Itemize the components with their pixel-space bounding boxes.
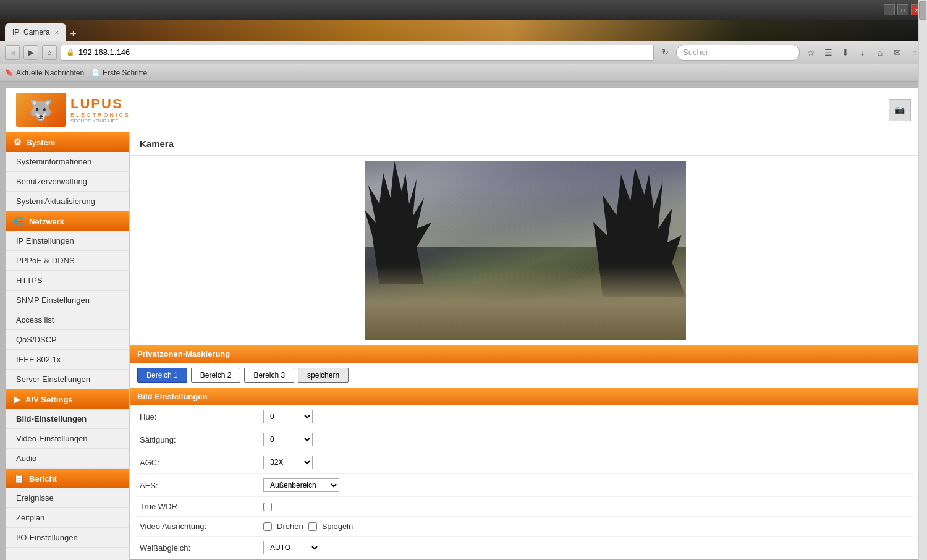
logo-brand: LUPUS (70, 96, 130, 112)
saettigung-select[interactable]: 0 1 (263, 433, 313, 446)
video-ausrichtung-control: Drehen Spiegeln (263, 522, 353, 531)
forward-button[interactable]: ▶ (23, 45, 38, 60)
hue-row: Hue: 0 1 -1 (137, 405, 913, 428)
search-placeholder: Suchen (683, 48, 710, 57)
weissabgleich-control: AUTO Indoor Outdoor (263, 541, 320, 554)
netzwerk-section-icon: 🌐 (14, 216, 24, 226)
page-content: 🐺 LUPUS ELECTRONICS SECURE YOUR LIFE 📷 (0, 82, 927, 560)
browser-tabbar: IP_Camera × + (0, 20, 927, 41)
sidebar-item-zeitplan[interactable]: Zeitplan (6, 508, 129, 528)
download-icon[interactable]: ↓ (855, 45, 870, 60)
logo-text: LUPUS ELECTRONICS SECURE YOUR LIFE (70, 96, 130, 124)
sidebar-item-io-einstellungen[interactable]: I/O-Einstellungen (6, 528, 129, 548)
sidebar-item-system-aktualisierung[interactable]: System Aktualisierung (6, 192, 129, 211)
av-section-label: A/V Settings (25, 395, 73, 404)
home-button[interactable]: ⌂ (42, 45, 57, 60)
bericht-section-icon: 📋 (14, 473, 24, 483)
aes-select[interactable]: Außenbereich Innenbereich Auto (263, 478, 339, 492)
address-bar[interactable]: 🔒 192.168.1.146 (61, 45, 654, 61)
sidebar-item-qos-dscp[interactable]: QoS/DSCP (6, 330, 129, 350)
sidebar-item-https[interactable]: HTTPS (6, 271, 129, 291)
maximize-button[interactable]: □ (897, 4, 908, 15)
reading-list-icon[interactable]: ☰ (821, 45, 836, 60)
app-container: 🐺 LUPUS ELECTRONICS SECURE YOUR LIFE 📷 (6, 88, 921, 560)
sidebar-item-pppoe-ddns[interactable]: PPPoE & DDNS (6, 251, 129, 271)
scrollbar-track[interactable] (918, 82, 927, 560)
bild-header: Bild Einstellungen (130, 388, 921, 405)
hue-control: 0 1 -1 (263, 410, 313, 423)
sidebar-item-benutzerverwaltung[interactable]: Benutzerverwaltung (6, 172, 129, 192)
bericht-section-label: Bericht (29, 474, 57, 483)
browser-toolbar: ◀ ▶ ⌂ 🔒 192.168.1.146 ↻ Suchen ☆ ☰ ⬇ ↓ ⌂… (0, 41, 927, 64)
sidebar-item-systeminformationen[interactable]: Systeminformationen (6, 152, 129, 172)
logo-icon: 🐺 (16, 93, 66, 127)
bookmark-start-label: Erste Schritte (103, 69, 147, 77)
aes-control: Außenbereich Innenbereich Auto (263, 478, 339, 492)
address-text: 192.168.1.146 (78, 48, 130, 57)
logo-sub: ELECTRONICS (70, 112, 130, 118)
bereich1-button[interactable]: Bereich 1 (137, 368, 187, 383)
hue-select[interactable]: 0 1 -1 (263, 410, 313, 423)
spiegeln-label: Spiegeln (322, 522, 353, 531)
sidebar-item-ieee-802[interactable]: IEEE 802.1x (6, 350, 129, 370)
sidebar-item-snmp-einstellungen[interactable]: SNMP Einstellungen (6, 291, 129, 310)
spiegeln-checkbox[interactable] (308, 522, 317, 531)
tab-close-button[interactable]: × (55, 28, 59, 36)
header-right-icons: 📷 (889, 99, 911, 121)
bookmark-start[interactable]: 📄 Erste Schritte (91, 69, 147, 77)
bild-section: Bild Einstellungen Hue: 0 1 -1 (130, 388, 921, 559)
true-wdr-checkbox[interactable] (263, 503, 272, 511)
saettigung-control: 0 1 (263, 433, 313, 446)
bookmark-star-icon[interactable]: ☆ (803, 45, 818, 60)
home-icon[interactable]: ⌂ (873, 45, 887, 60)
tab-bg-strip (0, 20, 927, 41)
aes-row: AES: Außenbereich Innenbereich Auto (137, 474, 913, 497)
sidebar-item-video-einstellungen[interactable]: Video-Einstellungen (6, 429, 129, 449)
sidebar-section-system[interactable]: ⚙ System (6, 132, 129, 152)
weissabgleich-select[interactable]: AUTO Indoor Outdoor (263, 541, 320, 554)
sidebar-item-access-list[interactable]: Access list (6, 310, 129, 330)
drehen-label: Drehen (277, 522, 303, 531)
bookmark-news-icon: 🔖 (5, 69, 14, 77)
true-wdr-label: True WDR (140, 502, 263, 511)
pocket-icon[interactable]: ⬇ (838, 45, 853, 60)
agc-select[interactable]: 32X 16X 8X (263, 456, 313, 469)
netzwerk-section-label: Netzwerk (29, 217, 64, 226)
screenshot-icon[interactable]: ✉ (890, 45, 905, 60)
sidebar-item-bild-einstellungen[interactable]: Bild-Einstellungen (6, 409, 129, 429)
agc-control: 32X 16X 8X (263, 456, 313, 469)
sidebar: ⚙ System Systeminformationen Benutzerver… (6, 132, 130, 560)
back-button[interactable]: ◀ (5, 45, 20, 60)
header-icon-1[interactable]: 📷 (889, 99, 911, 121)
bookmark-news[interactable]: 🔖 Aktuelle Nachrichten (5, 69, 84, 77)
bereich2-button[interactable]: Bereich 2 (191, 368, 241, 383)
system-section-label: System (27, 138, 55, 147)
bookmark-start-icon: 📄 (91, 69, 100, 77)
new-tab-button[interactable]: + (70, 28, 77, 41)
camera-preview-container (130, 156, 921, 345)
drehen-checkbox[interactable] (263, 522, 272, 531)
speichern-button[interactable]: speichern (298, 368, 349, 383)
hue-label: Hue: (140, 412, 263, 422)
search-bar[interactable]: Suchen (676, 45, 800, 61)
logo: 🐺 LUPUS ELECTRONICS SECURE YOUR LIFE (16, 93, 130, 127)
video-ausrichtung-label: Video Ausrichtung: (140, 522, 263, 531)
app-body: ⚙ System Systeminformationen Benutzerver… (6, 132, 921, 560)
minimize-button[interactable]: – (884, 4, 895, 15)
sidebar-item-ip-einstellungen[interactable]: IP Einstellungen (6, 231, 129, 251)
sidebar-section-av[interactable]: ▶ A/V Settings (6, 389, 129, 409)
sidebar-section-bericht[interactable]: 📋 Bericht (6, 469, 129, 488)
bereich3-button[interactable]: Bereich 3 (244, 368, 294, 383)
logo-wolf-icon: 🐺 (28, 98, 53, 122)
active-tab[interactable]: IP_Camera × (5, 23, 66, 41)
av-section-icon: ▶ (14, 394, 20, 404)
ground-area (365, 266, 686, 340)
main-content: Kamera Privatzo (130, 132, 921, 560)
agc-row: AGC: 32X 16X 8X (137, 451, 913, 474)
refresh-button[interactable]: ↻ (658, 45, 672, 60)
toolbar-icons: ☆ ☰ ⬇ ↓ ⌂ ✉ ≡ (803, 45, 922, 60)
sidebar-section-netzwerk[interactable]: 🌐 Netzwerk (6, 211, 129, 231)
sidebar-item-ereignisse[interactable]: Ereignisse (6, 488, 129, 508)
sidebar-item-server-einstellungen[interactable]: Server Einstellungen (6, 370, 129, 389)
sidebar-item-audio[interactable]: Audio (6, 449, 129, 469)
